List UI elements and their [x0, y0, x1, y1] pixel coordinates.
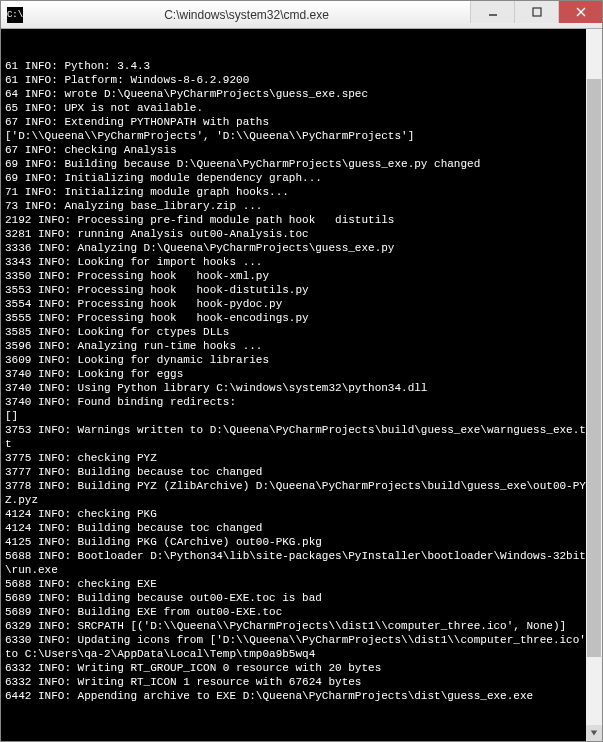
maximize-button[interactable]: [514, 1, 558, 23]
svg-rect-1: [533, 8, 541, 16]
cmd-window: C:\ C:\windows\system32\cmd.exe 61 INFO:…: [0, 0, 603, 742]
terminal-area[interactable]: 61 INFO: Python: 3.4.3 61 INFO: Platform…: [1, 29, 602, 741]
scroll-track[interactable]: [586, 45, 602, 725]
close-button[interactable]: [558, 1, 602, 23]
app-icon-label: C:\: [7, 10, 23, 20]
minimize-button[interactable]: [470, 1, 514, 23]
window-title: C:\windows\system32\cmd.exe: [23, 8, 470, 22]
title-bar[interactable]: C:\ C:\windows\system32\cmd.exe: [1, 1, 602, 29]
scrollbar[interactable]: [586, 29, 602, 741]
scroll-thumb[interactable]: [587, 79, 601, 657]
svg-marker-5: [591, 731, 597, 736]
app-icon: C:\: [7, 7, 23, 23]
terminal-output: 61 INFO: Python: 3.4.3 61 INFO: Platform…: [5, 59, 598, 703]
scroll-down-button[interactable]: [586, 725, 602, 741]
window-controls: [470, 1, 602, 28]
